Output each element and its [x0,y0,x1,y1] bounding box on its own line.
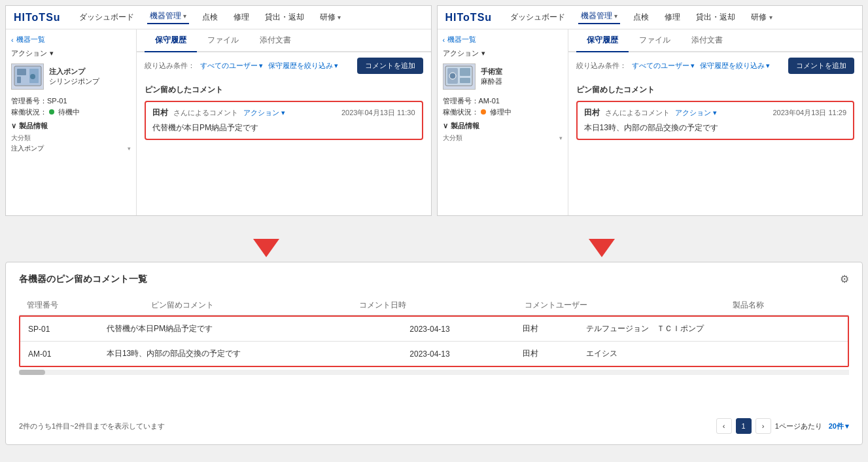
filter-prefix-left: 絞り込み条件： [145,61,195,71]
back-link-left[interactable]: ‹ 機器一覧 [11,35,131,44]
action-btn-left[interactable]: アクション ▾ [11,48,131,58]
comment-text-left: 代替機が本日PM納品予定です [152,122,415,133]
nav-kenshu-left[interactable]: 研修 ▾ [317,12,343,23]
comment-header-left: 田村 さんによるコメント アクション ▾ 2023年04月13日 11:30 [152,107,415,118]
comment-by-right: さんによるコメント [605,108,670,118]
nav-kikami-right[interactable]: 機器管理 ▾ [578,10,620,24]
nav-kenshu-right[interactable]: 研修 ▾ [748,12,774,23]
back-label-right: 機器一覧 [447,35,476,44]
add-comment-btn-left[interactable]: コメントを追加 [357,58,423,74]
panel-right: HIToTSu ダッシュボード 機器管理 ▾ 点検 修理 貸出・返却 研修 ▾ … [437,5,863,216]
th-user: コメントユーザー [517,296,724,315]
th-product: 製品名称 [725,296,849,315]
panel-main-right: 保守履歴 ファイル 添付文書 絞り込み条件： すべてのユーザー ▾ 保守履歴を絞… [568,29,863,215]
filter-user-btn-right[interactable]: すべてのユーザー ▾ [632,61,695,71]
table-row[interactable]: AM-01 本日13時、内部の部品交換の予定です 2023-04-13 田村 エ… [20,342,848,366]
top-section: HIToTSu ダッシュボード 機器管理 ▾ 点検 修理 貸出・返却 研修 ▾ … [0,0,868,216]
data-table: 管理番号 ピン留めコメント コメント日時 コメントユーザー 製品名称 [19,296,849,315]
pagination-controls: ‹ 1 › 1ページあたり 20件 ▾ [716,418,849,434]
nav-dashboard-right[interactable]: ダッシュボード [508,12,568,23]
comment-date-right: 2023年04月13日 11:29 [773,108,846,118]
logo-right: HIToTSu [445,12,493,24]
per-page-label: 1ページあたり [775,421,822,431]
chevron-down-icon-field: ▾ [128,145,131,152]
comment-by-left: さんによるコメント [173,108,238,118]
chevron-left-icon-r: ‹ [443,36,445,44]
nav-dashboard-left[interactable]: ダッシュボード [77,12,137,23]
filter-history-btn-left[interactable]: 保守履歴を絞り込み ▾ [268,61,338,71]
comment-action-right[interactable]: アクション ▾ [675,108,717,118]
tab-file-right[interactable]: ファイル [629,29,681,52]
tab-tenpusho-right[interactable]: 添付文書 [681,29,733,52]
nav-bar-right: HIToTSu ダッシュボード 機器管理 ▾ 点検 修理 貸出・返却 研修 ▾ [438,6,863,29]
device-id-right: 管理番号：AM-01 [443,96,563,106]
header-row: 管理番号 ピン留めコメント コメント日時 コメントユーザー 製品名称 [19,296,849,315]
panel-sidebar-right: ‹ 機器一覧 アクション ▾ [438,29,568,215]
cell-id-2: AM-01 [20,342,99,366]
action-label-left: アクション [11,48,47,58]
nav-kashidashi-right[interactable]: 貸出・返却 [693,12,738,23]
arrow-head-left [253,239,279,257]
prev-page-btn[interactable]: ‹ [716,418,732,434]
comment-header-right: 田村 さんによるコメント アクション ▾ 2023年04月13日 11:29 [584,107,847,118]
cell-user-1: 田村 [515,317,578,342]
tab-hosurieki-left[interactable]: 保守履歴 [145,29,197,52]
nav-kikami-left[interactable]: 機器管理 ▾ [147,10,189,24]
tab-file-left[interactable]: ファイル [197,29,249,52]
nav-tenken-left[interactable]: 点検 [200,12,220,23]
status-dot-green [49,109,54,115]
filter-history-btn-right[interactable]: 保守履歴を絞り込み ▾ [700,61,770,71]
nav-shuri-left[interactable]: 修理 [231,12,252,23]
panel-body-left: ‹ 機器一覧 アクション ▾ [6,29,431,215]
svg-rect-1 [17,69,26,75]
table-row[interactable]: SP-01 代替機が本日PM納品予定です 2023-04-13 田村 テルフュー… [20,317,848,342]
gear-icon[interactable]: ⚙ [840,273,849,285]
cell-comment-1: 代替機が本日PM納品予定です [99,317,402,342]
svg-point-9 [449,73,456,79]
tab-tenpusho-left[interactable]: 添付文書 [249,29,302,52]
panel-main-left: 保守履歴 ファイル 添付文書 絞り込み条件： すべてのユーザー ▾ 保守履歴を絞… [137,29,431,215]
tabs-left: 保守履歴 ファイル 添付文書 [137,29,431,52]
field-oobunrui-right: 大分類 ▾ [443,133,563,143]
section-products-left: ∨ 製品情報 [11,121,131,131]
comment-date-left: 2023年04月13日 11:30 [341,108,415,118]
back-label-left: 機器一覧 [16,35,45,44]
chevron-left-icon: ‹ [11,36,14,44]
action-btn-right[interactable]: アクション ▾ [443,48,563,58]
chevron-down-icon: ▾ [183,12,186,20]
filter-user-btn-left[interactable]: すべてのユーザー ▾ [200,61,263,71]
nav-tenken-right[interactable]: 点検 [631,12,651,23]
chevron-down-icon-action-left: ▾ [50,49,54,58]
chevron-down-icon-r2: ▾ [769,14,773,21]
chevron-down-icon-field-r: ▾ [559,135,563,141]
nav-kashidashi-left[interactable]: 貸出・返却 [262,12,307,23]
chevron-down-icon-2: ▾ [338,14,341,21]
device-name-right: 手術室 麻酔器 [481,67,502,86]
arrow-section [0,216,868,262]
scroll-thumb [19,370,45,375]
horizontal-scrollbar[interactable] [19,370,849,375]
per-page-selector[interactable]: 20件 ▾ [829,421,849,431]
next-page-btn[interactable]: › [755,418,771,434]
th-id: 管理番号 [19,296,143,315]
cell-date-2: 2023-04-13 [402,342,515,366]
table-header: 管理番号 ピン留めコメント コメント日時 コメントユーザー 製品名称 [19,296,849,315]
back-link-right[interactable]: ‹ 機器一覧 [443,35,563,44]
bottom-title: 各機器のピン留めコメント一覧 [19,274,147,285]
svg-point-4 [30,74,35,79]
field-oobunrui-left: 大分類 [11,133,131,143]
panel-left: HIToTSu ダッシュボード 機器管理 ▾ 点検 修理 貸出・返却 研修 ▾ … [5,5,432,216]
device-status-left: 稼働状況： 待機中 [11,107,131,117]
filter-bar-right: 絞り込み条件： すべてのユーザー ▾ 保守履歴を絞り込み ▾ コメントを追加 [568,52,863,79]
add-comment-btn-right[interactable]: コメントを追加 [788,58,854,74]
page-1-btn[interactable]: 1 [736,418,752,434]
nav-shuri-right[interactable]: 修理 [662,12,683,23]
tab-hoshu-right[interactable]: 保守履歴 [576,29,629,52]
chevron-down-icon-history: ▾ [334,62,338,70]
bottom-section: 各機器のピン留めコメント一覧 ⚙ 管理番号 ピン留めコメント コメント日時 コメ… [5,262,863,445]
chevron-down-icon-perpage: ▾ [845,422,849,431]
tabs-right: 保守履歴 ファイル 添付文書 [568,29,863,52]
comment-action-left[interactable]: アクション ▾ [243,108,285,118]
panel-sidebar-left: ‹ 機器一覧 アクション ▾ [6,29,137,215]
table-container: 管理番号 ピン留めコメント コメント日時 コメントユーザー 製品名称 SP-01… [19,296,849,413]
